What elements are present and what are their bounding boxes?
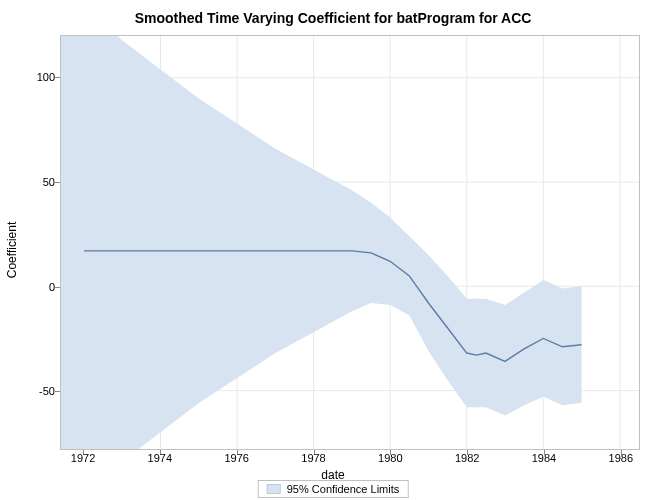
legend: 95% Confidence Limits (258, 480, 409, 498)
plot-area (60, 35, 640, 450)
legend-label: 95% Confidence Limits (287, 483, 400, 495)
confidence-band (61, 36, 582, 449)
x-tick-label: 1980 (378, 452, 402, 464)
y-tick-label: -50 (39, 385, 55, 397)
chart-title: Smoothed Time Varying Coefficient for ba… (0, 10, 666, 26)
x-tick-label: 1982 (455, 452, 479, 464)
plot-svg (61, 36, 639, 449)
x-tick-label: 1986 (609, 452, 633, 464)
legend-swatch-ci (267, 484, 281, 494)
x-tick-label: 1984 (532, 452, 556, 464)
x-tick-label: 1978 (301, 452, 325, 464)
y-tick-mark (55, 287, 60, 288)
y-axis-label: Coefficient (5, 222, 19, 278)
y-tick-label: 0 (49, 281, 55, 293)
y-tick-label: 50 (43, 176, 55, 188)
x-tick-label: 1972 (71, 452, 95, 464)
y-tick-mark (55, 77, 60, 78)
y-tick-label: 100 (37, 71, 55, 83)
x-tick-label: 1974 (148, 452, 172, 464)
y-tick-mark (55, 391, 60, 392)
chart-container: Smoothed Time Varying Coefficient for ba… (0, 0, 666, 500)
x-tick-label: 1976 (224, 452, 248, 464)
y-tick-mark (55, 182, 60, 183)
